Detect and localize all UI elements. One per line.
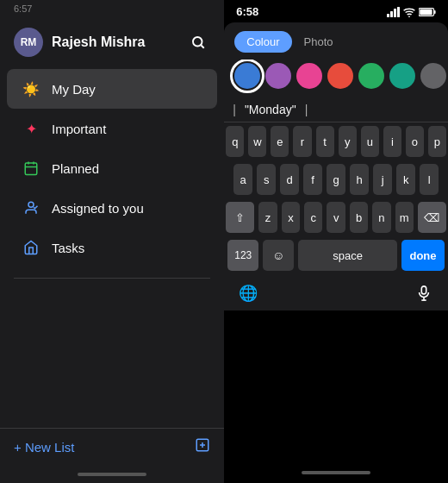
key-e[interactable]: e [271,126,289,157]
key-t[interactable]: t [316,126,334,157]
shift-key[interactable]: ⇧ [226,202,254,233]
nav-item-planned[interactable]: Planned [7,148,217,188]
left-home-bar [78,473,146,476]
nav-item-assigned[interactable]: Assigned to you [7,188,217,228]
key-w[interactable]: w [248,126,266,157]
nav-label-assigned: Assigned to you [52,201,144,216]
key-a[interactable]: a [233,164,252,195]
tab-photo[interactable]: Photo [292,31,345,53]
key-d[interactable]: d [280,164,299,195]
nums-key[interactable]: 123 [227,240,258,271]
key-q[interactable]: q [226,126,244,157]
key-f[interactable]: f [303,164,322,195]
kb-bottom-row: 123 ☺ space done [224,236,448,276]
key-s[interactable]: s [257,164,276,195]
delete-key[interactable]: ⌫ [418,202,446,233]
left-header: RM Rajesh Mishra [0,16,224,66]
search-button[interactable] [186,30,210,54]
key-h[interactable]: h [350,164,369,195]
svg-rect-2 [25,163,37,175]
myday-icon: ☀️ [21,78,41,99]
left-time: 6:57 [14,3,32,14]
assigned-icon [21,198,41,218]
key-r[interactable]: r [293,126,311,157]
svg-rect-21 [421,286,426,294]
key-g[interactable]: g [327,164,345,195]
kb-extra-row: 🌐 [224,276,448,310]
key-o[interactable]: o [406,126,424,157]
swatch-green[interactable] [358,63,384,89]
key-p[interactable]: p [428,126,446,157]
key-m[interactable]: m [395,202,414,233]
key-k[interactable]: k [396,164,415,195]
svg-line-1 [201,45,203,47]
wifi-icon [403,7,415,17]
key-i[interactable]: i [383,126,401,157]
picker-tabs: Colour Photo [224,31,448,60]
right-home-bar [302,471,370,474]
user-name: Rajesh Mishra [52,34,145,50]
autocomplete-word[interactable]: "Monday" [245,103,296,116]
kb-row-1: q w e r t y u i o p [224,122,448,160]
key-j[interactable]: j [373,164,392,195]
signal-icon [387,7,400,17]
svg-rect-12 [394,9,396,17]
left-panel: 6:57 RM Rajesh Mishra ☀️ My Day ✦ Import… [0,0,224,483]
key-l[interactable]: l [420,164,439,195]
swatch-pink[interactable] [296,63,322,89]
nav-list: ☀️ My Day ✦ Important Planned [0,66,224,271]
color-swatches [224,60,448,97]
svg-rect-11 [390,11,393,17]
swatch-red[interactable] [327,63,353,89]
left-footer: + New List [0,428,224,466]
swatch-blue[interactable] [234,63,260,89]
new-list-icon[interactable] [195,437,210,457]
nav-label-planned: Planned [52,161,99,176]
nav-item-important[interactable]: ✦ Important [7,109,217,148]
autocomplete-bar: | "Monday" | [224,97,448,122]
right-panel: 6:58 [224,0,448,483]
key-y[interactable]: y [339,126,357,157]
kb-row-2: a s d f g h j k l [224,160,448,198]
nav-item-tasks[interactable]: Tasks [7,228,217,267]
right-status-bar: 6:58 [224,0,448,20]
right-home-indicator [224,464,448,481]
svg-point-14 [408,16,410,17]
swatch-gray[interactable] [420,63,446,89]
key-x[interactable]: x [282,202,300,233]
key-v[interactable]: v [327,202,345,233]
key-b[interactable]: b [350,202,368,233]
globe-key[interactable]: 🌐 [233,278,264,309]
left-status-bar: 6:57 [0,0,224,16]
key-u[interactable]: u [361,126,379,157]
key-z[interactable]: z [258,202,277,233]
key-c[interactable]: c [304,202,322,233]
svg-rect-13 [397,7,400,17]
done-key[interactable]: done [401,240,445,271]
kb-row-3: ⇧ z x c v b n m ⌫ [224,198,448,236]
status-icons [387,7,436,17]
keyboard: q w e r t y u i o p a s d f g h j k l [224,122,448,310]
swatch-teal[interactable] [389,63,415,89]
new-list-label: + New List [14,440,74,455]
svg-rect-10 [387,14,389,17]
svg-rect-16 [434,10,436,14]
svg-rect-17 [420,9,432,14]
nav-label-myday: My Day [52,82,96,97]
right-time: 6:58 [236,5,258,18]
mic-key[interactable] [408,278,439,309]
swatch-purple[interactable] [265,63,291,89]
svg-point-6 [28,202,34,207]
avatar[interactable]: RM [14,28,43,57]
colour-picker-section: Colour Photo | "Monday" | q w [224,22,448,310]
key-n[interactable]: n [372,202,390,233]
tasks-icon [21,237,41,258]
space-key[interactable]: space [298,240,397,271]
new-list-button[interactable]: + New List [14,440,74,455]
nav-item-myday[interactable]: ☀️ My Day [7,69,217,109]
tab-colour[interactable]: Colour [234,31,291,53]
battery-icon [419,7,436,17]
emoji-key[interactable]: ☺ [263,240,294,271]
nav-label-tasks: Tasks [52,241,84,255]
svg-point-0 [193,37,202,47]
